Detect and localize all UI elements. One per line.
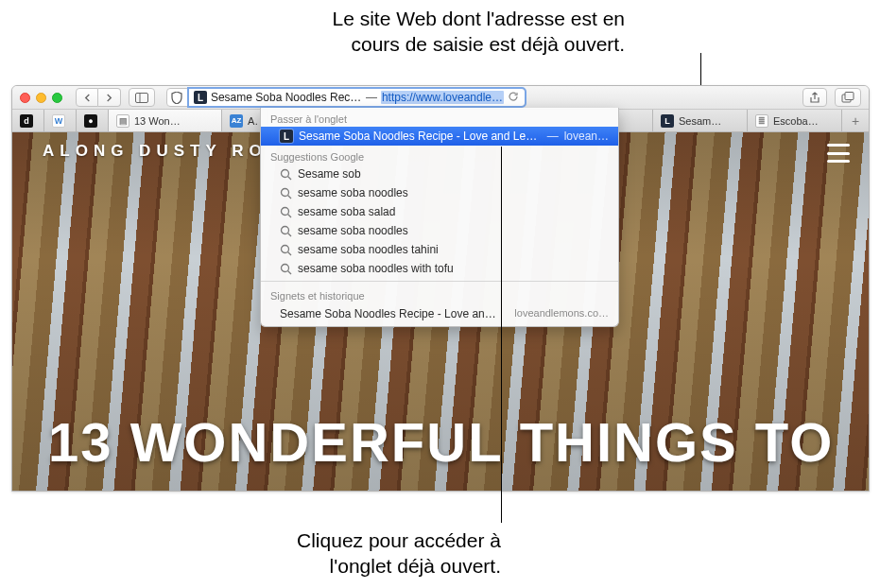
tab-0[interactable]: d: [12, 110, 44, 131]
minimize-window-button[interactable]: [36, 93, 46, 103]
suggestion-text: sesame soba noodles tahini: [298, 243, 439, 256]
history-item[interactable]: Sesame Soba Noodles Recipe - Love an… lo…: [261, 303, 618, 326]
svg-point-14: [282, 264, 289, 271]
search-icon: [280, 187, 292, 199]
tab-label: 13 Won…: [134, 115, 181, 127]
address-typed-text: Sesame Soba Noodles Reci…: [211, 91, 362, 104]
right-toolbar: [802, 88, 861, 107]
suggestion-favicon-icon: L: [280, 130, 293, 143]
google-suggestion-5[interactable]: sesame soba noodles with tofu: [261, 259, 618, 278]
svg-line-13: [288, 251, 292, 255]
reload-icon[interactable]: [508, 91, 519, 105]
svg-point-4: [282, 169, 289, 177]
tab-favicon-icon: AZ: [230, 114, 243, 128]
suggestion-text: sesame soba salad: [298, 205, 395, 218]
search-icon: [280, 206, 292, 218]
callout-bottom-line1: Cliquez pour accéder à: [175, 527, 501, 553]
google-suggestions-header: Suggestions Google: [261, 146, 618, 164]
tab-6[interactable]: ≣ Escoba…: [748, 110, 842, 131]
suggestion-text: sesame soba noodles with tofu: [298, 262, 454, 275]
suggestion-text: Sesame sob: [298, 167, 361, 181]
tab-favicon-icon: ●: [84, 114, 97, 128]
search-icon: [280, 244, 292, 256]
svg-line-11: [288, 233, 292, 236]
switch-to-tab-item[interactable]: L Sesame Soba Noodles Recipe - Love and …: [261, 127, 618, 146]
tab-favicon-icon: W: [52, 114, 65, 128]
svg-line-9: [288, 214, 292, 217]
google-suggestion-0[interactable]: Sesame sob: [261, 164, 618, 183]
nav-back-forward: [76, 88, 121, 107]
svg-line-7: [288, 195, 292, 199]
share-button[interactable]: [802, 88, 827, 107]
hero-headline: 13 WONDERFUL THINGS TO: [48, 410, 834, 474]
google-suggestion-4[interactable]: sesame soba noodles tahini: [261, 240, 618, 259]
callout-top: Le site Web dont l'adresse est en cours …: [247, 6, 625, 58]
callout-top-line1: Le site Web dont l'adresse est en: [247, 6, 625, 31]
svg-point-6: [282, 188, 289, 196]
callout-top-line2: cours de saisie est déjà ouvert.: [247, 31, 625, 57]
window-controls: [20, 93, 62, 103]
address-bar[interactable]: L Sesame Soba Noodles Reci… — https://ww…: [188, 88, 526, 107]
leader-line-bottom: [501, 147, 502, 523]
google-suggestion-2[interactable]: sesame soba salad: [261, 202, 618, 221]
privacy-shield-button[interactable]: [166, 88, 188, 107]
history-title: Sesame Soba Noodles Recipe - Love an…: [280, 307, 507, 320]
svg-point-12: [282, 245, 289, 252]
tab-favicon-icon: L: [661, 114, 674, 128]
switch-to-tab-header: Passer à l'onglet: [261, 108, 618, 127]
back-button[interactable]: [76, 88, 98, 107]
tab-3[interactable]: ▤ 13 Won…: [109, 110, 222, 131]
history-header: Signets et historique: [261, 285, 618, 303]
site-favicon-icon: L: [194, 91, 207, 104]
titlebar: L Sesame Soba Noodles Reci… — https://ww…: [12, 86, 869, 110]
svg-line-5: [288, 176, 292, 180]
address-autocomplete-url: https://www.loveandle…: [381, 91, 504, 104]
tab-favicon-icon: ▤: [116, 114, 129, 128]
new-tab-button[interactable]: +: [842, 110, 869, 131]
address-bar-group: L Sesame Soba Noodles Reci… — https://ww…: [166, 88, 526, 107]
svg-rect-0: [136, 93, 148, 102]
tab-label: Sesam…: [679, 115, 721, 127]
sidebar-toggle-button[interactable]: [129, 88, 155, 107]
svg-rect-3: [845, 93, 854, 100]
address-suggestions-dropdown: Passer à l'onglet L Sesame Soba Noodles …: [260, 108, 619, 327]
dropdown-separator: [261, 281, 618, 282]
tab-label: Escoba…: [773, 115, 819, 127]
google-suggestion-3[interactable]: sesame soba noodles: [261, 221, 618, 240]
tab-1[interactable]: W: [44, 110, 77, 131]
history-domain: loveandlemons.co…: [514, 307, 609, 320]
suggestion-title: Sesame Soba Noodles Recipe - Love and Le…: [299, 130, 542, 143]
callout-bottom: Cliquez pour accéder à l'onglet déjà ouv…: [175, 527, 501, 579]
search-icon: [280, 225, 292, 237]
tab-5[interactable]: L Sesam…: [653, 110, 748, 131]
svg-point-10: [282, 226, 289, 233]
tab-label: A…: [248, 115, 259, 127]
hamburger-menu-button[interactable]: [827, 144, 850, 163]
close-window-button[interactable]: [20, 93, 30, 103]
forward-button[interactable]: [98, 88, 121, 107]
maximize-window-button[interactable]: [52, 93, 62, 103]
tab-favicon-icon: d: [20, 114, 33, 128]
search-icon: [280, 263, 292, 275]
callout-bottom-line2: l'onglet déjà ouvert.: [175, 553, 501, 579]
search-icon: [280, 168, 292, 181]
suggestion-text: sesame soba noodles: [298, 224, 408, 237]
site-name: ALONG DUSTY RO: [43, 142, 267, 161]
google-suggestion-1[interactable]: sesame soba noodles: [261, 183, 618, 202]
tab-2[interactable]: ●: [77, 110, 109, 131]
svg-line-15: [288, 270, 292, 274]
address-separator: —: [366, 91, 377, 104]
svg-point-8: [282, 207, 289, 215]
suggestion-text: sesame soba noodles: [298, 186, 408, 199]
tab-favicon-icon: ≣: [755, 114, 768, 128]
tabs-overview-button[interactable]: [835, 88, 861, 107]
suggestion-source: lovean…: [564, 130, 609, 143]
